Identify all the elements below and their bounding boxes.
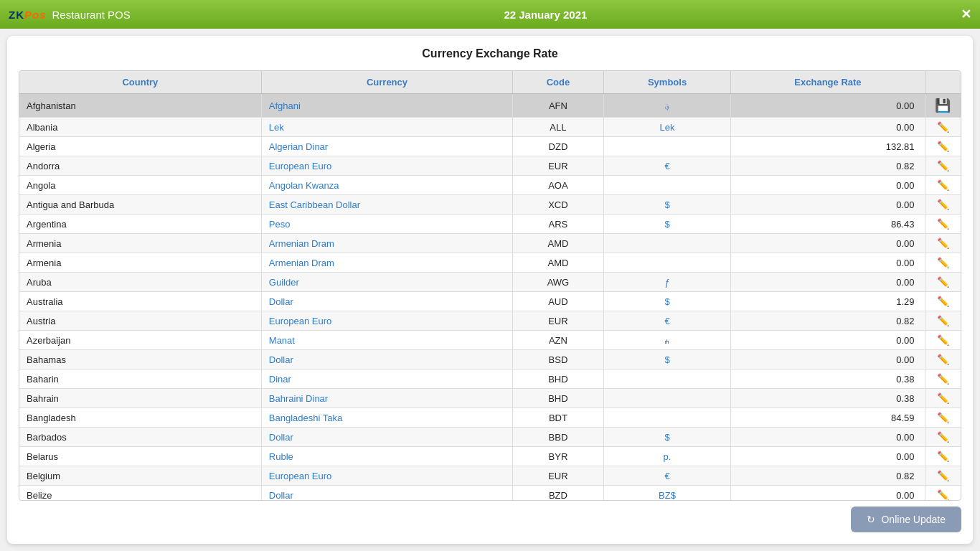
country-cell: Azerbaijan [19, 331, 261, 350]
code-cell: ARS [513, 215, 603, 234]
action-cell[interactable]: ✏️ [925, 389, 961, 408]
table-row: Armenia Armenian Dram AMD 0.00 ✏️ [19, 234, 961, 253]
edit-icon[interactable]: ✏️ [937, 141, 949, 152]
edit-icon[interactable]: ✏️ [937, 373, 949, 385]
edit-icon[interactable]: ✏️ [937, 315, 949, 326]
exchange-rate-table: Country Currency Code Symbols Exchange R… [19, 71, 961, 501]
edit-icon[interactable]: ✏️ [937, 392, 949, 404]
code-cell: EUR [513, 466, 603, 486]
edit-icon[interactable]: ✏️ [937, 489, 949, 501]
edit-icon[interactable]: ✏️ [937, 160, 949, 171]
action-cell[interactable]: ✏️ [925, 466, 961, 486]
code-cell: AUD [513, 292, 603, 311]
action-cell[interactable]: ✏️ [925, 118, 961, 137]
code-cell: BHD [513, 389, 603, 408]
edit-icon[interactable]: ✏️ [937, 257, 949, 268]
action-cell[interactable]: ✏️ [925, 156, 961, 176]
rate-cell: 1.29 [731, 292, 925, 311]
edit-icon[interactable]: ✏️ [937, 296, 949, 307]
country-cell: Antigua and Barbuda [19, 195, 261, 215]
action-cell[interactable]: ✏️ [925, 273, 961, 292]
symbol-cell: $ [603, 350, 731, 369]
symbol-cell: $ [603, 215, 731, 234]
table-row: Bahamas Dollar BSD $ 0.00 ✏️ [19, 350, 961, 369]
symbol-cell [603, 408, 731, 428]
symbol-cell: ƒ [603, 273, 731, 292]
symbol-cell: Lek [603, 118, 731, 137]
currency-cell: Bahraini Dinar [261, 389, 512, 408]
code-cell: AWG [513, 273, 603, 292]
action-cell[interactable]: ✏️ [925, 137, 961, 156]
title-bar-date: 22 January 2021 [504, 9, 587, 21]
symbol-cell: € [603, 466, 731, 486]
rate-cell: 132.81 [731, 137, 925, 156]
table-row: Aruba Guilder AWG ƒ 0.00 ✏️ [19, 273, 961, 292]
table-body: Afghanistan Afghani AFN ؋ 0.00 💾 Albania… [19, 94, 961, 501]
rate-cell: 0.82 [731, 156, 925, 176]
edit-icon[interactable]: ✏️ [937, 470, 949, 481]
action-cell[interactable]: ✏️ [925, 176, 961, 195]
action-cell[interactable]: ✏️ [925, 350, 961, 369]
header-country: Country [19, 71, 261, 94]
rate-cell: 0.00 [731, 118, 925, 137]
edit-icon[interactable]: ✏️ [937, 218, 949, 230]
action-cell[interactable]: ✏️ [925, 292, 961, 311]
table-header: Country Currency Code Symbols Exchange R… [19, 71, 961, 94]
action-cell[interactable]: ✏️ [925, 369, 961, 389]
table-wrapper: Country Currency Code Symbols Exchange R… [19, 70, 961, 501]
country-cell: Argentina [19, 215, 261, 234]
country-cell: Baharin [19, 369, 261, 389]
currency-cell: Peso [261, 215, 512, 234]
country-cell: Belarus [19, 447, 261, 466]
currency-cell: Manat [261, 331, 512, 350]
action-cell[interactable]: 💾 [925, 94, 961, 118]
action-cell[interactable]: ✏️ [925, 447, 961, 466]
content-area: Currency Exchange Rate Country Currency … [7, 36, 973, 544]
action-cell[interactable]: ✏️ [925, 428, 961, 447]
rate-cell: 0.00 [731, 234, 925, 253]
online-update-icon: ↻ [867, 514, 875, 525]
edit-icon[interactable]: ✏️ [937, 431, 949, 443]
country-cell: Austria [19, 311, 261, 331]
save-icon[interactable]: 💾 [935, 98, 951, 113]
currency-cell: Angolan Kwanza [261, 176, 512, 195]
table-row: Belize Dollar BZD BZ$ 0.00 ✏️ [19, 486, 961, 501]
edit-icon[interactable]: ✏️ [937, 334, 949, 346]
edit-icon[interactable]: ✏️ [937, 276, 949, 288]
action-cell[interactable]: ✏️ [925, 195, 961, 215]
action-cell[interactable]: ✏️ [925, 215, 961, 234]
rate-cell: 0.82 [731, 466, 925, 486]
edit-icon[interactable]: ✏️ [937, 199, 949, 210]
table-row: Andorra European Euro EUR € 0.82 ✏️ [19, 156, 961, 176]
table-row: Baharin Dinar BHD 0.38 ✏️ [19, 369, 961, 389]
table-row: Bangladesh Bangladeshi Taka BDT 84.59 ✏️ [19, 408, 961, 428]
table-row: Afghanistan Afghani AFN ؋ 0.00 💾 [19, 94, 961, 118]
edit-icon[interactable]: ✏️ [937, 237, 949, 249]
edit-icon[interactable]: ✏️ [937, 179, 949, 191]
action-cell[interactable]: ✏️ [925, 234, 961, 253]
action-cell[interactable]: ✏️ [925, 331, 961, 350]
close-button[interactable]: ✕ [961, 8, 971, 21]
header-actions [925, 71, 961, 94]
symbol-cell: ₼ [603, 331, 731, 350]
action-cell[interactable]: ✏️ [925, 253, 961, 273]
edit-icon[interactable]: ✏️ [937, 354, 949, 365]
symbol-cell [603, 369, 731, 389]
action-cell[interactable]: ✏️ [925, 408, 961, 428]
symbol-cell: $ [603, 292, 731, 311]
action-cell[interactable]: ✏️ [925, 311, 961, 331]
edit-icon[interactable]: ✏️ [937, 451, 949, 462]
currency-cell: Armenian Dram [261, 234, 512, 253]
code-cell: BZD [513, 486, 603, 501]
edit-icon[interactable]: ✏️ [937, 121, 949, 133]
edit-icon[interactable]: ✏️ [937, 412, 949, 423]
code-cell: AOA [513, 176, 603, 195]
rate-cell: 0.00 [731, 331, 925, 350]
online-update-button[interactable]: ↻ Online Update [851, 507, 961, 532]
code-cell: AMD [513, 253, 603, 273]
code-cell: EUR [513, 156, 603, 176]
online-update-label: Online Update [881, 514, 946, 525]
symbol-cell [603, 176, 731, 195]
action-cell[interactable]: ✏️ [925, 486, 961, 501]
table-row: Barbados Dollar BBD $ 0.00 ✏️ [19, 428, 961, 447]
